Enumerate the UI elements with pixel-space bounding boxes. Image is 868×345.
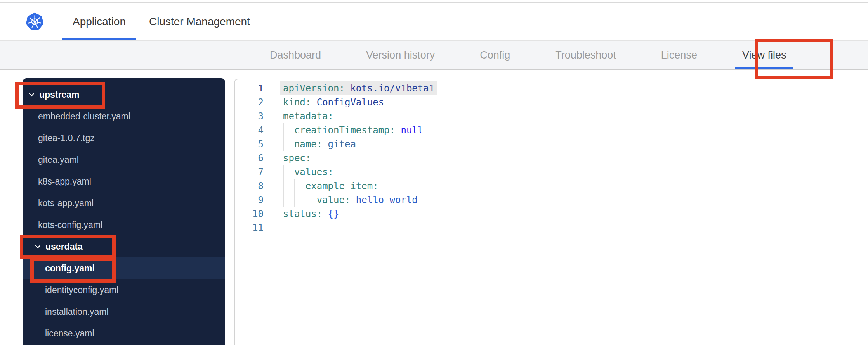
- sidebar-item-gitea-1-0-7-tgz[interactable]: gitea-1.0.7.tgz: [23, 127, 225, 149]
- indent-guide: [283, 179, 294, 193]
- token-key: spec:: [283, 153, 311, 164]
- file-label: config.yaml: [45, 263, 95, 274]
- indent-guide: [283, 137, 294, 151]
- nav-tab-dashboard[interactable]: Dashboard: [270, 41, 321, 69]
- line-number: 3: [235, 109, 264, 123]
- token-key: values:: [294, 167, 333, 178]
- code-line-text: creationTimestamp: null: [283, 123, 423, 137]
- code-line-text: apiVersion: kots.io/v1beta1: [283, 81, 437, 95]
- token-key: metadata:: [283, 111, 333, 122]
- sidebar-item-kots-app-yaml[interactable]: kots-app.yaml: [23, 192, 225, 214]
- nav-tab-version-history[interactable]: Version history: [366, 41, 435, 69]
- tab-application[interactable]: Application: [73, 3, 126, 40]
- token-key: status:: [283, 209, 322, 219]
- indent-guide: [306, 193, 317, 207]
- code-line-text: example_item:: [283, 179, 378, 193]
- sidebar-item-installation-yaml[interactable]: installation.yaml: [23, 301, 225, 323]
- line-number: 5: [235, 137, 264, 151]
- code-line[interactable]: 5name: gitea: [235, 137, 868, 151]
- sidebar-item-k8s-app-yaml[interactable]: k8s-app.yaml: [23, 171, 225, 192]
- file-label: embedded-cluster.yaml: [38, 111, 130, 122]
- token-key: apiVersion:: [283, 83, 345, 94]
- code-editor[interactable]: 1apiVersion: kots.io/v1beta12kind: Confi…: [235, 81, 868, 235]
- indent-guide: [283, 165, 294, 179]
- code-line-text: spec:: [283, 151, 311, 165]
- nav-tab-view-files[interactable]: View files: [742, 41, 786, 69]
- nav-tab-config[interactable]: Config: [480, 41, 510, 69]
- file-viewer-panel: 1apiVersion: kots.io/v1beta12kind: Confi…: [234, 79, 868, 345]
- code-line-text: values:: [283, 165, 333, 179]
- indent-guide: [294, 179, 306, 193]
- file-label: installation.yaml: [45, 307, 109, 317]
- token-key: kind:: [283, 97, 311, 108]
- code-line-text: name: gitea: [283, 137, 356, 151]
- line-number: 2: [235, 95, 264, 109]
- file-label: kots-app.yaml: [38, 198, 94, 209]
- line-highlight: apiVersion: kots.io/v1beta1: [280, 83, 437, 94]
- code-line[interactable]: 9value: hello world: [235, 193, 868, 207]
- code-line-text: metadata:: [283, 109, 333, 123]
- nav-tab-license[interactable]: License: [661, 41, 697, 69]
- token-kw: null: [395, 125, 423, 136]
- file-label: gitea.yaml: [38, 155, 79, 165]
- token-key: example_item:: [306, 181, 378, 191]
- line-number: 11: [235, 221, 264, 235]
- code-line-text: value: hello world: [283, 193, 418, 207]
- nav-tab-troubleshoot[interactable]: Troubleshoot: [555, 41, 616, 69]
- sidebar-item-embedded-cluster-yaml[interactable]: embedded-cluster.yaml: [23, 105, 225, 127]
- folder-label: upstream: [39, 90, 80, 100]
- token-val1: ConfigValues: [311, 97, 384, 108]
- token-val2: gitea: [322, 139, 356, 150]
- code-line[interactable]: 7values:: [235, 165, 868, 179]
- file-label: identityconfig.yaml: [45, 285, 118, 295]
- code-line[interactable]: 3metadata:: [235, 109, 868, 123]
- primary-nav: ApplicationCluster Management: [73, 3, 250, 40]
- token-key: name:: [294, 139, 322, 150]
- line-number: 6: [235, 151, 264, 165]
- code-line[interactable]: 2kind: ConfigValues: [235, 95, 868, 109]
- line-number: 9: [235, 193, 264, 207]
- code-line-text: status: {}: [283, 207, 339, 221]
- line-number: 1: [235, 81, 264, 95]
- chevron-down-icon[interactable]: [28, 91, 35, 98]
- code-line[interactable]: 6spec:: [235, 151, 868, 165]
- kubernetes-logo-icon[interactable]: [26, 12, 44, 31]
- chevron-down-icon[interactable]: [34, 243, 42, 250]
- code-line-text: kind: ConfigValues: [283, 95, 384, 109]
- sidebar-item-userdata[interactable]: userdata: [23, 236, 225, 257]
- sidebar-item-license-yaml[interactable]: license.yaml: [23, 323, 225, 344]
- code-line[interactable]: 4creationTimestamp: null: [235, 123, 868, 137]
- app-header: ApplicationCluster Management: [0, 3, 868, 41]
- token-key: creationTimestamp:: [294, 125, 395, 136]
- code-line[interactable]: 10status: {}: [235, 207, 868, 221]
- file-label: kots-config.yaml: [38, 220, 102, 230]
- line-number: 7: [235, 165, 264, 179]
- file-label: k8s-app.yaml: [38, 176, 91, 187]
- line-number: 8: [235, 179, 264, 193]
- sidebar-item-gitea-yaml[interactable]: gitea.yaml: [23, 149, 225, 171]
- file-tree-panel: upstreamembedded-cluster.yamlgitea-1.0.7…: [23, 78, 225, 345]
- line-number: 10: [235, 207, 264, 221]
- kots-admin-console: ApplicationCluster Management DashboardV…: [0, 0, 868, 345]
- sidebar-item-upstream[interactable]: upstream: [23, 84, 225, 105]
- token-val1: kots.io/v1beta1: [345, 83, 434, 94]
- line-number: 4: [235, 123, 264, 137]
- code-line[interactable]: 1apiVersion: kots.io/v1beta1: [235, 81, 868, 95]
- file-label: license.yaml: [45, 328, 94, 339]
- indent-guide: [294, 193, 306, 207]
- indent-guide: [283, 193, 294, 207]
- indent-guide: [283, 123, 294, 137]
- token-val3: hello world: [350, 195, 417, 205]
- tab-cluster-management[interactable]: Cluster Management: [149, 3, 250, 40]
- sidebar-item-config-yaml[interactable]: config.yaml: [23, 257, 225, 279]
- sidebar-item-kots-config-yaml[interactable]: kots-config.yaml: [23, 214, 225, 236]
- sidebar-item-identityconfig-yaml[interactable]: identityconfig.yaml: [23, 279, 225, 301]
- code-line[interactable]: 8example_item:: [235, 179, 868, 193]
- file-label: gitea-1.0.7.tgz: [38, 133, 95, 143]
- token-key: value:: [317, 195, 351, 205]
- token-kw2: {}: [322, 209, 339, 219]
- folder-label: userdata: [45, 242, 83, 252]
- application-nav: DashboardVersion historyConfigTroublesho…: [0, 41, 868, 70]
- code-line[interactable]: 11: [235, 221, 868, 235]
